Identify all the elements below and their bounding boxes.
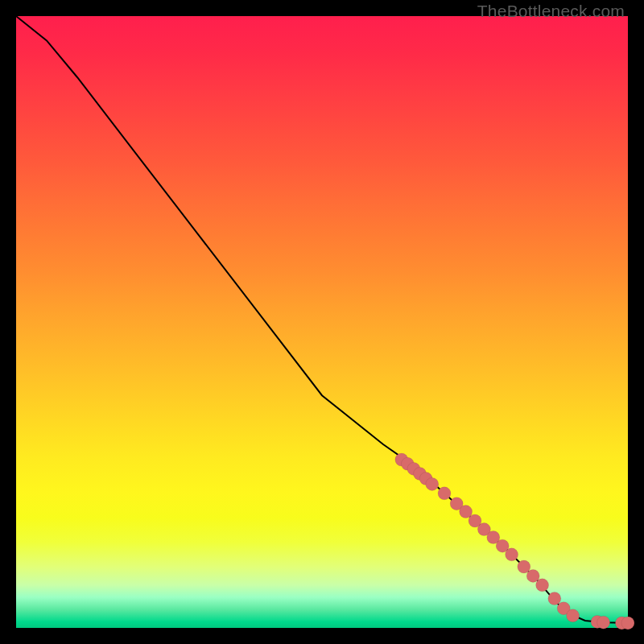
chart-svg [16,16,628,628]
data-point [567,609,580,622]
data-point [426,477,439,490]
series-line [16,16,628,623]
data-point [506,548,518,561]
plot-area [16,16,628,628]
data-point [438,487,451,500]
chart-frame: TheBottleneck.com [0,0,644,644]
watermark-text: TheBottleneck.com [477,2,625,21]
series-points [395,453,634,630]
data-point [597,616,610,629]
data-point [548,592,561,605]
data-point [536,579,549,592]
data-point [621,617,634,630]
